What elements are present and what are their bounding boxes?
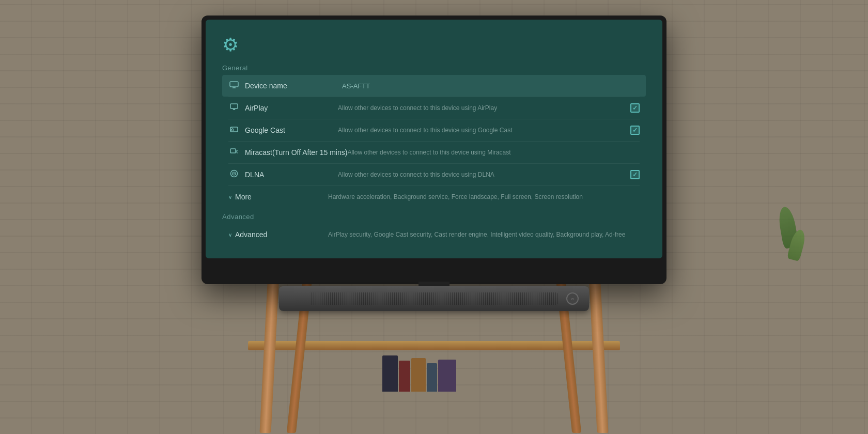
plant-decoration (780, 207, 796, 279)
svg-rect-6 (230, 149, 236, 153)
miracast-icon (228, 148, 240, 157)
soundbar-button: ○ (566, 292, 579, 305)
more-desc: Hardware acceleration, Background servic… (328, 193, 640, 200)
book-2 (399, 361, 410, 392)
more-item[interactable]: ∨ More Hardware acceleration, Background… (222, 186, 646, 208)
dlna-icon (228, 169, 240, 180)
dlna-item[interactable]: DLNA Allow other devices to connect to t… (222, 164, 646, 185)
dlna-label: DLNA (245, 171, 338, 179)
soundbar-grill (310, 292, 558, 305)
google-cast-item[interactable]: Google Cast Allow other devices to conne… (222, 119, 646, 141)
tv-frame: ⚙ General Device name AS-AFTT (202, 16, 667, 284)
settings-gear-icon: ⚙ (222, 34, 646, 56)
svg-rect-3 (230, 104, 238, 109)
advanced-section: Advanced ∨ Advanced AirPlay security, Go… (222, 213, 646, 245)
table-leg-left (259, 283, 278, 433)
google-cast-desc: Allow other devices to connect to this d… (338, 127, 630, 134)
advanced-item[interactable]: ∨ Advanced AirPlay security, Google Cast… (222, 224, 646, 245)
tv-screen: ⚙ General Device name AS-AFTT (206, 20, 662, 258)
dlna-desc: Allow other devices to connect to this d… (338, 171, 630, 178)
google-cast-label: Google Cast (245, 126, 338, 134)
svg-point-5 (230, 130, 231, 131)
google-cast-checkbox[interactable] (630, 126, 640, 135)
general-section-label: General (222, 64, 646, 72)
general-section: General Device name AS-AFTT (222, 64, 646, 208)
book-4 (427, 363, 437, 392)
books (382, 350, 486, 392)
more-label: More (235, 193, 328, 201)
book-3 (411, 358, 426, 392)
book-5 (438, 360, 456, 392)
miracast-label: Miracast(Turn Off After 15 mins) (245, 148, 347, 157)
airplay-desc: Allow other devices to connect to this d… (338, 104, 630, 112)
google-cast-icon (228, 126, 240, 135)
device-name-value: AS-AFTT (342, 82, 370, 90)
advanced-chevron-icon: ∨ (228, 232, 232, 238)
svg-rect-7 (237, 150, 238, 153)
soundbar: ○ (279, 286, 589, 311)
device-name-icon (228, 81, 240, 90)
more-chevron-icon: ∨ (228, 194, 232, 200)
advanced-label: Advanced (235, 230, 328, 239)
advanced-desc: AirPlay security, Google Cast security, … (328, 231, 640, 238)
airplay-checkbox[interactable] (630, 103, 640, 113)
dlna-checkbox[interactable] (630, 170, 640, 179)
airplay-icon (228, 103, 240, 113)
svg-rect-0 (230, 82, 238, 87)
device-name-item[interactable]: Device name AS-AFTT (222, 75, 646, 97)
device-name-label: Device name (245, 82, 338, 90)
tv-bezel-bottom (202, 258, 667, 284)
advanced-items-list: ∨ Advanced AirPlay security, Google Cast… (222, 224, 646, 245)
miracast-item[interactable]: Miracast(Turn Off After 15 mins) Allow o… (222, 142, 646, 163)
advanced-section-label: Advanced (222, 213, 646, 221)
settings-panel: ⚙ General Device name AS-AFTT (206, 20, 662, 258)
airplay-item[interactable]: AirPlay Allow other devices to connect t… (222, 97, 646, 119)
svg-point-12 (234, 173, 235, 174)
table-leg-right (589, 283, 608, 433)
airplay-label: AirPlay (245, 104, 338, 112)
general-items-list: Device name AS-AFTT AirPlay Allow other … (222, 75, 646, 208)
miracast-desc: Allow other devices to connect to this d… (347, 149, 640, 156)
book-1 (382, 355, 398, 392)
